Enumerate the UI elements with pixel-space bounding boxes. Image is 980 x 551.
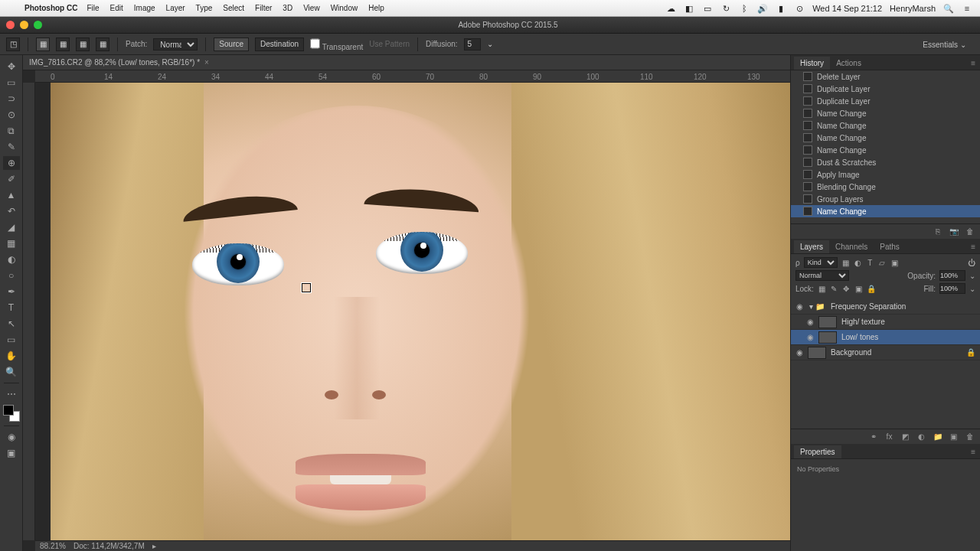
filter-shape-icon[interactable]: ▱ [878,259,887,267]
menu-filter[interactable]: Filter [255,4,272,12]
menu-view[interactable]: View [303,4,320,12]
fill-input[interactable] [939,283,965,294]
eyedropper-tool[interactable]: ✎ [3,140,20,154]
bluetooth-icon[interactable]: ᛒ [739,3,750,14]
panel-menu-icon[interactable]: ≡ [966,57,980,70]
gradient-tool[interactable]: ▦ [3,236,20,250]
zoom-level[interactable]: 88.21% [40,542,66,550]
brush-tool[interactable]: ✐ [3,172,20,186]
history-item[interactable]: Name Change [791,144,980,156]
patch-mode-select[interactable]: Normal [153,38,198,51]
screen-mode-tool[interactable]: ▣ [3,446,20,460]
delete-layer-icon[interactable]: 🗑 [965,432,974,441]
menu-image[interactable]: Image [134,4,155,12]
layer-fx-icon[interactable]: fx [885,432,893,441]
history-item[interactable]: Group Layers [791,193,980,205]
workspace-switcher[interactable]: Essentials ⌄ [923,40,974,49]
stamp-tool[interactable]: ▲ [3,188,20,202]
history-item[interactable]: Apply Image [791,168,980,181]
intersect-selection-icon[interactable]: ▦ [96,37,109,51]
menu-select[interactable]: Select [223,4,244,12]
app-name[interactable]: Photoshop CC [24,4,77,12]
visibility-toggle[interactable]: ◉ [802,318,818,326]
timemachine-icon[interactable]: ↻ [720,3,731,14]
blend-mode-select[interactable]: Normal [795,270,849,281]
lock-transparent-icon[interactable]: ▦ [818,285,826,293]
menu-layer[interactable]: Layer [166,4,185,12]
battery-icon[interactable]: ▮ [776,3,786,14]
filter-toggle-icon[interactable]: ⏻ [967,259,975,267]
filter-pixel-icon[interactable]: ▦ [841,259,850,267]
menubar-datetime[interactable]: Wed 14 Sep 21:12 [812,4,882,13]
lasso-tool[interactable]: ⊃ [3,92,20,106]
create-document-icon[interactable]: ⎘ [933,227,942,236]
properties-menu-icon[interactable]: ≡ [966,445,980,458]
wifi-icon[interactable]: ⊙ [794,3,805,14]
filter-smart-icon[interactable]: ▣ [890,259,899,267]
lock-position-icon[interactable]: ✥ [842,285,851,293]
new-group-icon[interactable]: 📁 [933,432,942,441]
layer-row[interactable]: ◉▾ 📁Frequency Separation [791,299,980,315]
pen-tool[interactable]: ✒ [3,285,20,298]
horizontal-ruler[interactable]: 0142434445460708090100110120130140 [35,70,790,83]
destination-button[interactable]: Destination [255,37,304,51]
lock-all-icon[interactable]: 🔒 [867,285,875,293]
new-layer-icon[interactable]: ▣ [949,432,958,441]
tool-preset-icon[interactable]: ◳ [6,37,20,51]
healing-tool[interactable]: ⊕ [3,156,20,170]
history-brush-tool[interactable]: ↶ [3,204,20,218]
marquee-tool[interactable]: ▭ [3,76,20,90]
delete-state-icon[interactable]: 🗑 [965,227,974,236]
visibility-toggle[interactable]: ◉ [791,302,808,311]
menu-edit[interactable]: Edit [110,4,123,12]
close-window-button[interactable] [6,21,15,29]
history-item[interactable]: Name Change [791,119,980,132]
shape-tool[interactable]: ▭ [3,333,20,347]
history-item[interactable]: Name Change [791,132,980,144]
vertical-ruler[interactable] [23,83,35,540]
history-item[interactable]: Duplicate Layer [791,83,980,95]
source-button[interactable]: Source [214,37,249,51]
zoom-tool[interactable]: 🔍 [3,365,20,379]
edit-toolbar[interactable]: ⋯ [3,387,20,401]
tab-paths[interactable]: Paths [874,240,906,253]
cc-sync-icon[interactable]: ☁ [665,3,676,14]
menubar-username[interactable]: HenryMarsh [890,4,936,13]
menu-window[interactable]: Window [331,4,358,12]
link-layers-icon[interactable]: ⚭ [869,432,877,441]
hand-tool[interactable]: ✋ [3,349,20,363]
transparent-checkbox[interactable]: Transparent [310,37,363,51]
tab-history[interactable]: History [794,57,830,70]
path-select-tool[interactable]: ↖ [3,317,20,331]
opacity-input[interactable] [939,270,965,281]
notification-center-icon[interactable]: ≡ [962,3,972,14]
crop-tool[interactable]: ⧉ [3,124,20,138]
filter-type-icon[interactable]: T [866,259,874,267]
statusbar-chevron-icon[interactable]: ▸ [152,542,156,550]
type-tool[interactable]: T [3,301,20,315]
close-tab-icon[interactable]: × [204,58,209,67]
lock-pixels-icon[interactable]: ✎ [830,285,838,293]
adjustment-layer-icon[interactable]: ◐ [917,432,926,441]
dodge-tool[interactable]: ○ [3,269,20,282]
history-item[interactable]: Name Change [791,107,980,119]
add-selection-icon[interactable]: ▦ [56,37,70,51]
layers-menu-icon[interactable]: ≡ [966,240,980,253]
document-tab[interactable]: IMG_7816.CR2 @ 88,2% (Low/ tones, RGB/16… [23,55,790,70]
search-icon[interactable]: 🔍 [943,3,954,14]
visibility-toggle[interactable]: ◉ [791,348,808,357]
search-icon[interactable]: ρ [795,259,800,267]
filter-adjust-icon[interactable]: ◐ [854,259,862,267]
history-item[interactable]: Blending Change [791,181,980,193]
quick-mask-tool[interactable]: ◉ [3,430,20,444]
maximize-window-button[interactable] [34,21,42,29]
layer-mask-icon[interactable]: ◩ [901,432,910,441]
move-tool[interactable]: ✥ [3,60,20,73]
menu-file[interactable]: File [87,4,99,12]
menu-type[interactable]: Type [196,4,213,12]
tab-properties[interactable]: Properties [794,445,841,458]
snapshot-icon[interactable]: 📷 [949,227,958,236]
tab-layers[interactable]: Layers [794,240,829,253]
fill-chevron-icon[interactable]: ⌄ [969,285,975,293]
display-icon[interactable]: ▭ [702,3,713,14]
